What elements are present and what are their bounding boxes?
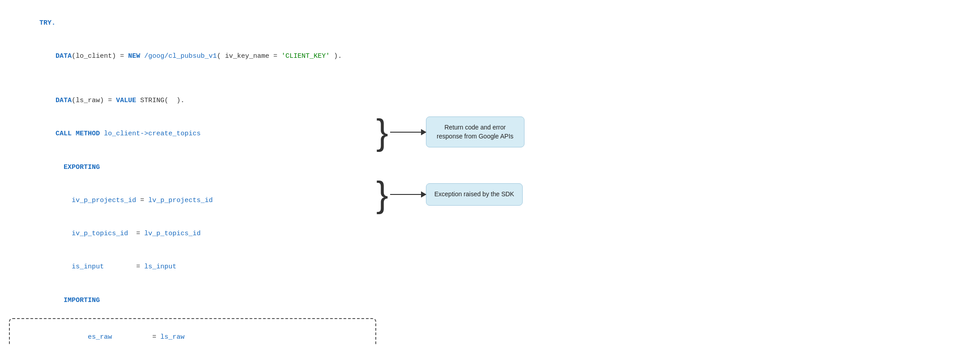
curly-brace-2: } [376,177,388,212]
brace-line-2: } [376,185,426,203]
annotations-section: } Return code and error response from Go… [376,4,980,206]
line-blank1 [9,73,376,85]
line-data-client: DATA(lo_client) = NEW /goog/cl_pubsub_v1… [9,40,376,73]
code-section: TRY. DATA(lo_client) = NEW /goog/cl_pubs… [9,4,376,345]
curly-brace-1: } [376,114,388,150]
box1-code: es_raw = ls_raw ev_ret_code = DATA(lv_re… [10,319,375,345]
label-box-2: Exception raised by the SDK [426,183,523,206]
box1-line1: es_raw = ls_raw [15,321,370,345]
line-is-input: is_input = ls_input [9,251,376,284]
line-iv-p-topics: iv_p_topics_id = lv_p_topics_id [9,217,376,250]
line-exporting: EXPORTING [9,151,376,184]
arrow-row-1: } Return code and error response from Go… [376,116,980,147]
label-text-1: Return code and error response from Goog… [437,124,513,140]
line-try: TRY. [9,7,376,40]
dashed-box-importing: es_raw = ls_raw ev_ret_code = DATA(lv_re… [9,318,376,345]
line-importing: IMPORTING [9,284,376,317]
horizontal-arrow-1 [390,132,426,133]
horizontal-arrow-2 [390,194,426,195]
label-box-1: Return code and error response from Goog… [426,116,524,147]
line-iv-p-projects: iv_p_projects_id = lv_p_projects_id [9,184,376,217]
line-data-ls-raw: DATA(ls_raw) = VALUE STRING( ). [9,84,376,117]
line-call-method: CALL METHOD lo_client->create_topics [9,118,376,151]
brace-line-1: } [376,123,426,141]
arrow-row-2: } Exception raised by the SDK [376,183,980,206]
main-container: TRY. DATA(lo_client) = NEW /goog/cl_pubs… [9,4,980,345]
label-text-2: Exception raised by the SDK [434,190,514,198]
